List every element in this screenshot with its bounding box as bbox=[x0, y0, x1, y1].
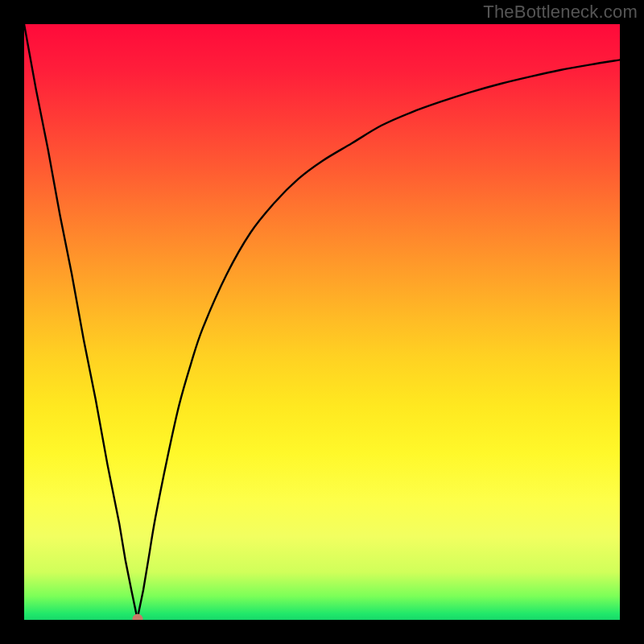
watermark-text: TheBottleneck.com bbox=[483, 2, 638, 23]
minimum-marker bbox=[132, 613, 142, 620]
bottleneck-curve bbox=[24, 24, 620, 620]
plot-area bbox=[24, 24, 620, 620]
chart-frame: TheBottleneck.com bbox=[0, 0, 644, 644]
